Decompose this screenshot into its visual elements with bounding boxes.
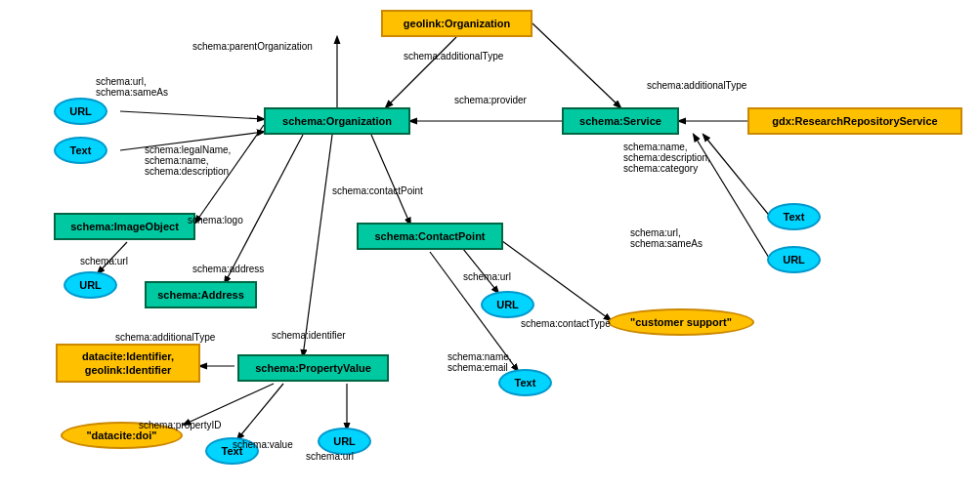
- edge-label-additionaltype3: schema:additionalType: [115, 332, 215, 343]
- node-text-3: Text: [767, 203, 821, 230]
- svg-line-8: [371, 135, 410, 225]
- edge-label-contactpoint: schema:contactPoint: [332, 185, 423, 196]
- edge-label-url3: schema:url,: [630, 227, 681, 238]
- edge-label-sameas1: schema:sameAs: [96, 87, 168, 98]
- svg-line-9: [303, 135, 332, 356]
- edge-label-provider: schema:provider: [454, 95, 527, 105]
- edge-label-sameas2: schema:sameAs: [630, 238, 703, 249]
- svg-line-7: [225, 135, 303, 283]
- edge-label-address: schema:address: [192, 264, 264, 274]
- node-url-3: URL: [481, 291, 534, 318]
- edge-label-additionaltype2: schema:additionalType: [647, 80, 746, 91]
- node-url-2: URL: [64, 271, 117, 299]
- edge-label-email: schema:email: [447, 362, 508, 373]
- node-datacite-identifier: datacite:Identifier, geolink:Identifier: [56, 344, 200, 383]
- edge-label-name3: schema:name,: [447, 351, 512, 362]
- diagram: geolink:Organization schema:Organization…: [0, 0, 980, 491]
- node-text-1: Text: [54, 137, 107, 164]
- edge-label-parentorg: schema:parentOrganization: [192, 41, 313, 52]
- edge-label-category: schema:category: [623, 163, 698, 174]
- node-schema-service: schema:Service: [562, 107, 679, 135]
- edge-label-url-sameas1: schema:url,: [96, 76, 147, 87]
- svg-line-19: [184, 384, 274, 425]
- node-gdx-research: gdx:ResearchRepositoryService: [747, 107, 962, 135]
- edge-label-additionaltype1: schema:additionalType: [404, 51, 503, 61]
- edge-label-url5: schema:url: [306, 451, 354, 462]
- edge-label-identifier: schema:identifier: [272, 330, 346, 341]
- node-url-1: URL: [54, 98, 107, 125]
- edge-label-desc2: schema:description,: [623, 152, 710, 163]
- edge-label-propertyid: schema:propertyID: [139, 420, 221, 430]
- edge-label-legalname: schema:legalName,: [145, 144, 231, 155]
- node-customer-support: "customer support": [608, 308, 754, 336]
- svg-line-3: [120, 111, 264, 119]
- node-text-2: Text: [498, 369, 552, 396]
- edge-label-name2: schema:name,: [623, 142, 688, 152]
- edge-label-name1: schema:name,: [145, 155, 209, 166]
- svg-line-12: [533, 23, 620, 107]
- node-schema-organization: schema:Organization: [264, 107, 410, 135]
- node-url-4: URL: [767, 246, 821, 273]
- svg-line-15: [459, 244, 498, 293]
- edge-label-logo: schema:logo: [188, 215, 243, 225]
- edge-label-url2: schema:url: [80, 256, 128, 266]
- node-schema-address: schema:Address: [145, 281, 257, 308]
- edge-label-url-cp: schema:url: [463, 271, 511, 282]
- svg-line-21: [237, 384, 283, 439]
- node-schema-propertyvalue: schema:PropertyValue: [237, 354, 389, 382]
- node-schema-imageobject: schema:ImageObject: [54, 213, 195, 240]
- edge-label-value: schema:value: [233, 439, 293, 450]
- edge-label-contacttype: schema:contactType: [521, 318, 611, 329]
- svg-line-1: [386, 37, 456, 107]
- node-schema-contactpoint: schema:ContactPoint: [357, 223, 503, 250]
- node-geolink-organization: geolink:Organization: [381, 10, 533, 37]
- edge-label-desc1: schema:description: [145, 166, 229, 177]
- svg-line-13: [703, 135, 772, 219]
